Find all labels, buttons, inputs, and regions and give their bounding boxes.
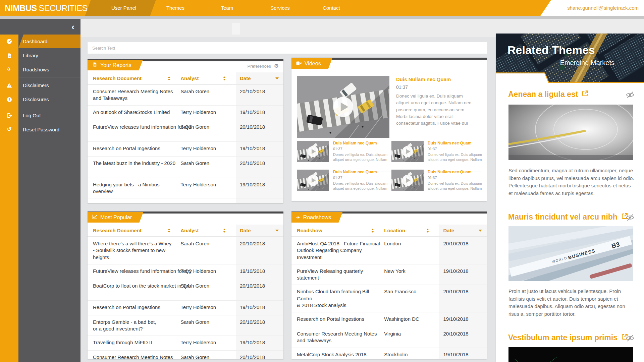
nav-item-contact[interactable]: Contact [323, 0, 340, 16]
video-title[interactable]: Duis Nullam nec Quam [333, 170, 389, 174]
report-title[interactable]: Research on Portal Ingestions [93, 301, 180, 315]
featured-video-thumbnail[interactable] [297, 76, 389, 138]
table-row[interactable]: Consumer Research Meeting Notes and Take… [88, 84, 283, 105]
table-row[interactable]: Consumer Research Meeting Notes and Take… [291, 327, 487, 348]
roadshow-title[interactable]: MetalCorp Stock Analysis 2018 [297, 348, 384, 359]
table-row[interactable]: An outlook of ShareStocks Limited Terry … [88, 105, 283, 120]
video-thumbnail[interactable] [297, 141, 329, 162]
play-icon[interactable] [307, 174, 319, 186]
video-card[interactable]: Duis Nullam nec Quam 01:37 Donec vel lig… [297, 141, 389, 162]
table-row[interactable]: Travelling through MiFID II Terry Holder… [88, 336, 283, 350]
tunnel-image[interactable] [508, 105, 633, 160]
sort-icon[interactable] [223, 229, 226, 233]
nav-item-user-panel[interactable]: User Panel [111, 0, 136, 16]
report-title[interactable]: Entorps Gamble - a bad bet, or a good in… [93, 315, 180, 336]
table-row[interactable]: The latest buzz in the industry - 2020 S… [88, 156, 283, 178]
report-title[interactable]: BoatCorp to float on the stock market in… [93, 279, 180, 300]
column-header-roadshow[interactable]: Roadshow [297, 225, 384, 236]
column-header-date[interactable]: Date [236, 72, 283, 84]
theme-link-vestibulum[interactable]: Vestibulum ante ipsum primis [508, 333, 628, 342]
report-title[interactable]: Research on Portal Ingestions [93, 142, 180, 156]
play-icon[interactable] [332, 96, 354, 118]
report-title[interactable]: Hedging your bets - a Nimbus overview [93, 178, 180, 198]
sidebar-item-log-out[interactable]: Log Out [0, 109, 80, 122]
roadshow-title[interactable]: PureView Releasing quarterly statement [297, 264, 384, 285]
video-card[interactable]: Duis Nullam nec Quam 01:37 Donec vel lig… [297, 170, 389, 191]
report-title[interactable]: Consumer Research Meeting Notes and Take… [93, 351, 180, 359]
table-row[interactable]: Research on Portal Ingestions Washington… [291, 312, 487, 327]
theme-link-aenean[interactable]: Aenean a ligula est [508, 90, 589, 99]
play-icon[interactable] [307, 145, 319, 158]
sort-icon[interactable] [426, 229, 429, 233]
nav-item-team[interactable]: Team [221, 0, 233, 16]
sort-icon[interactable] [168, 229, 170, 233]
eye-slash-icon[interactable] [626, 91, 635, 100]
sidebar-item-dashboard[interactable]: Dashboard [0, 35, 80, 48]
eye-slash-icon[interactable] [626, 214, 635, 223]
table-row[interactable]: Nimbus Cloud farm featuring Bill Gontro … [291, 285, 487, 312]
report-title[interactable]: The latest buzz in the industry - 2020 [93, 157, 180, 178]
sort-icon[interactable] [223, 76, 226, 80]
nav-item-services[interactable]: Services [270, 0, 290, 16]
report-title[interactable]: FutureView releases fund information for… [93, 264, 180, 279]
sidebar-item-reset-password[interactable]: ↺ Reset Password [0, 123, 80, 136]
video-title[interactable]: Duis Nullam nec Quam [333, 141, 389, 145]
roadshow-title[interactable]: Nimbus Cloud farm featuring Bill Gontro … [297, 285, 384, 312]
network-image[interactable] [508, 347, 633, 362]
table-row[interactable]: BoatCorp to float on the stock market in… [88, 279, 283, 300]
sidebar-item-library[interactable]: Library [0, 49, 80, 62]
video-title[interactable]: Duis Nullam nec Quam [428, 170, 483, 174]
table-row[interactable]: Entorps Gamble - a bad bet, or a good in… [88, 315, 283, 336]
column-header-analyst[interactable]: Analyst [180, 225, 236, 236]
table-row[interactable]: PureView Releasing quarterly statement N… [291, 264, 487, 285]
video-thumbnail[interactable] [391, 141, 424, 162]
user-email[interactable]: shane.gunnell@singletrack.com [567, 0, 639, 16]
column-header-research-document[interactable]: Research Document [93, 225, 180, 236]
video-card[interactable]: Duis Nullam nec Quam 01:37 Donec vel lig… [391, 141, 483, 162]
table-row[interactable]: FutureView releases fund information for… [88, 120, 283, 141]
theme-link-mauris[interactable]: Mauris tincidunt vel arcu nibh [508, 213, 628, 222]
table-row[interactable]: Consumer Research Meeting Notes and Take… [88, 350, 283, 359]
play-icon[interactable] [401, 174, 414, 186]
collapse-sidebar-icon[interactable]: ‹ [71, 22, 74, 32]
report-title[interactable]: Where there's a will there's a Whey - So… [93, 237, 180, 264]
newspaper-image[interactable]: WORLD BUSINESS B3 [508, 226, 633, 281]
report-title[interactable]: Consumer Research Meeting Notes and Take… [93, 85, 180, 105]
preferences-button[interactable]: Preferences ⚙ [248, 63, 279, 69]
video-thumbnail[interactable] [297, 170, 329, 191]
sidebar-item-disclaimers[interactable]: Disclaimers [0, 78, 80, 92]
roadshow-title[interactable]: AmbiHost Q4 2018 - Future Financial Outl… [297, 237, 384, 264]
column-header-research-document[interactable]: Research Document [93, 72, 180, 84]
report-title[interactable]: Where there's a will there's a Whey - So… [93, 198, 180, 203]
sort-icon[interactable] [168, 76, 170, 80]
nav-item-themes[interactable]: Themes [166, 0, 184, 16]
table-row[interactable]: Research on Portal Ingestions Terry Hold… [88, 141, 283, 156]
sidebar-item-disclosures[interactable]: Disclosures [0, 93, 80, 106]
report-title[interactable]: FutureView releases fund information for… [93, 120, 180, 141]
column-header-analyst[interactable]: Analyst [180, 72, 236, 84]
table-row[interactable]: Research on Portal Ingestions Terry Hold… [88, 300, 283, 315]
table-row[interactable]: Where there's a will there's a Whey - So… [88, 198, 283, 203]
table-row[interactable]: MetalCorp Stock Analysis 2018 Stockholm … [291, 348, 487, 359]
table-row[interactable]: Hedging your bets - a Nimbus overview Te… [88, 178, 283, 198]
brand-logo[interactable]: NIMBUSSECURITIES [5, 0, 88, 16]
video-card[interactable]: Duis Nullam nec Quam 01:37 Donec vel lig… [391, 170, 483, 191]
column-header-location[interactable]: Location [384, 225, 439, 236]
table-row[interactable]: FutureView releases fund information for… [88, 264, 283, 279]
video-title[interactable]: Duis Nullam nec Quam [428, 141, 483, 145]
column-header-date[interactable]: Date [236, 225, 283, 236]
roadshow-title[interactable]: Research on Portal Ingestions [297, 312, 384, 327]
sidebar-item-roadshows[interactable]: ✈ Roadshows [0, 63, 80, 76]
report-title[interactable]: Travelling through MiFID II [93, 336, 180, 350]
featured-video-title[interactable]: Duis Nullam nec Quam [396, 76, 477, 82]
roadshow-title[interactable]: Consumer Research Meeting Notes and Take… [297, 327, 384, 348]
play-icon[interactable] [401, 145, 414, 158]
table-row[interactable]: Where there's a will there's a Whey - So… [88, 237, 283, 264]
sort-icon[interactable] [371, 229, 374, 233]
search-input[interactable] [88, 42, 487, 54]
eye-slash-icon[interactable] [626, 335, 635, 343]
report-title[interactable]: An outlook of ShareStocks Limited [93, 106, 180, 120]
column-header-date[interactable]: Date [439, 225, 487, 236]
table-row[interactable]: AmbiHost Q4 2018 - Future Financial Outl… [291, 237, 487, 264]
video-thumbnail[interactable] [391, 170, 424, 191]
